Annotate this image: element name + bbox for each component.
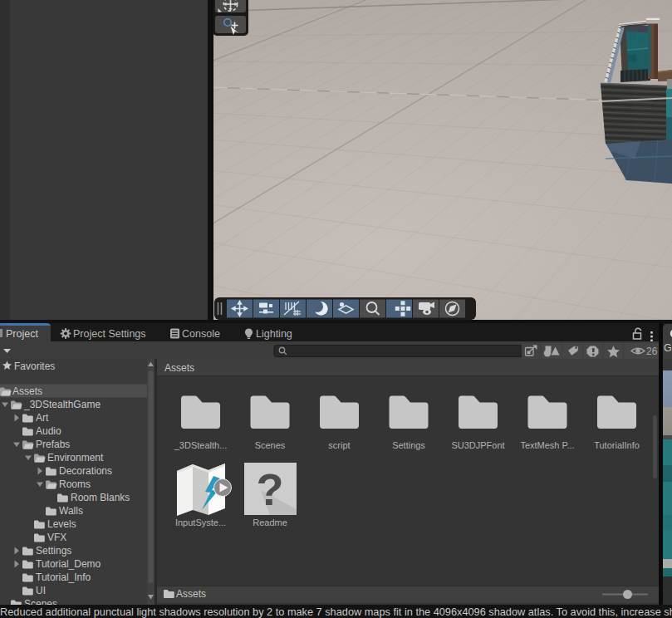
svg-text:Readme: Readme (253, 517, 287, 527)
svg-text:Rooms: Rooms (59, 478, 91, 490)
svg-text:Tutorial_Demo: Tutorial_Demo (36, 558, 101, 570)
svg-text:Art: Art (36, 412, 49, 424)
svg-text:Assets: Assets (12, 385, 42, 397)
svg-text:Settings: Settings (392, 440, 425, 450)
svg-text:Environment: Environment (47, 452, 104, 464)
svg-text:Room Blanks: Room Blanks (71, 492, 130, 503)
svg-text:26: 26 (646, 346, 658, 357)
svg-text:Decorations: Decorations (59, 465, 112, 477)
svg-text:Assets: Assets (176, 588, 206, 600)
svg-text:Audio: Audio (36, 425, 61, 437)
svg-text:script: script (328, 440, 350, 450)
svg-text:SU3DJPFont: SU3DJPFont (451, 440, 504, 450)
svg-text:Favorites: Favorites (14, 360, 55, 372)
svg-text:Levels: Levels (47, 518, 76, 530)
svg-text:?: ? (257, 464, 284, 514)
svg-text:TextMesh P...: TextMesh P... (520, 440, 574, 450)
svg-text:Assets: Assets (164, 362, 194, 374)
svg-text:TutorialInfo: TutorialInfo (594, 440, 640, 450)
svg-text:Walls: Walls (59, 505, 83, 517)
svg-text:_3DStealthGame: _3DStealthGame (23, 399, 101, 410)
svg-text:VFX: VFX (47, 532, 66, 543)
svg-text:Scenes: Scenes (255, 440, 286, 450)
svg-text:Settings: Settings (36, 545, 71, 557)
svg-text:Prefabs: Prefabs (36, 439, 70, 450)
svg-text:UI: UI (36, 585, 46, 596)
svg-text:Tutorial_Info: Tutorial_Info (36, 571, 91, 583)
svg-text:InputSyste...: InputSyste... (175, 517, 226, 527)
svg-text:_3DStealth...: _3DStealth... (174, 440, 228, 450)
